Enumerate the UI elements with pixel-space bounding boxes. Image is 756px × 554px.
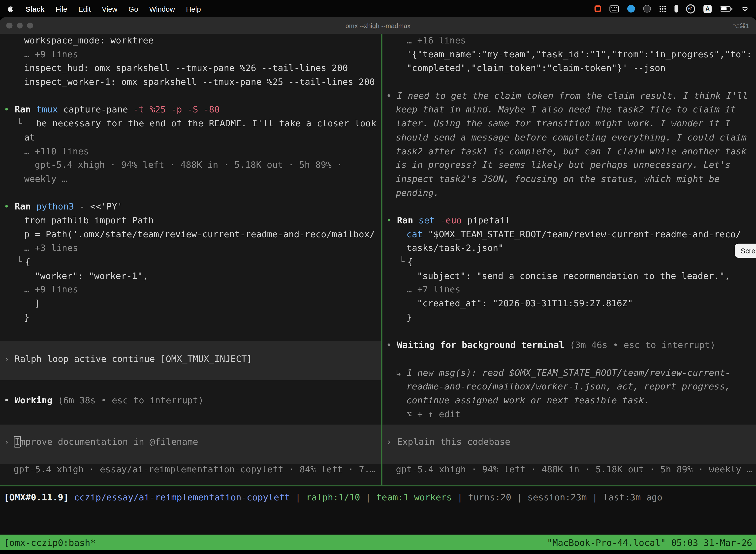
close-button[interactable] xyxy=(6,22,12,29)
thinking-line: pending. xyxy=(382,186,756,200)
bullet-icon: • xyxy=(4,201,15,212)
wifi-icon[interactable] xyxy=(741,5,749,12)
prompt-input-left[interactable]: › Improve documentation in @filename xyxy=(0,435,381,449)
working-status-line: • Working (6m 38s • esc to interrupt) xyxy=(0,394,381,407)
blank-line xyxy=(0,407,381,422)
command-output-line: └{ xyxy=(382,255,756,269)
tmux-date: 31-Mar-26 xyxy=(704,537,752,548)
menu-item-edit[interactable]: Edit xyxy=(78,4,91,13)
arrow-icon: ↳ xyxy=(396,367,407,378)
blank-line xyxy=(0,89,381,103)
waiting-status-line: • Waiting for background terminal (3m 46… xyxy=(382,338,756,352)
blank-line xyxy=(0,324,381,338)
tmux-pane-right[interactable]: … +16 lines '{"team_name":"my-team","tas… xyxy=(382,34,756,485)
blank-line xyxy=(0,366,381,380)
thinking-line: later. Using the same for transition mig… xyxy=(382,117,756,131)
menu-bar-status-icons: 61 A xyxy=(594,4,749,13)
omx-turns: turns:20 xyxy=(468,492,511,502)
menu-item-file[interactable]: File xyxy=(56,4,67,13)
menu-item-help[interactable]: Help xyxy=(186,4,201,13)
input-source-icon[interactable]: A xyxy=(703,4,712,13)
prompt-placeholder: mprove documentation in @filename xyxy=(20,437,198,447)
command-args: - <<'PY' xyxy=(79,201,123,212)
command-body-line: p = Path('.omx/state/team/review-current… xyxy=(0,228,381,241)
blue-app-icon[interactable] xyxy=(627,5,635,12)
thinking-line: task2 after task1 is complete, but can I… xyxy=(382,145,756,158)
dots-grid-icon[interactable] xyxy=(659,5,666,12)
collapsed-lines-indicator: … +16 lines xyxy=(382,34,756,48)
ran-command-line: • Ran tmux capture-pane -t %25 -p -S -80 xyxy=(0,103,381,117)
tmux-session-label: [omx-cczip0:bash* xyxy=(4,537,96,548)
command-name: python3 xyxy=(36,201,79,212)
blank-line xyxy=(0,338,381,352)
command-output-line: weekly … xyxy=(0,172,381,186)
terminal-window: omx --xhigh --madmax ⌥⌘1 workspace_mode:… xyxy=(0,17,756,554)
command-args: capture-pane xyxy=(63,105,133,115)
collapsed-lines-indicator: … +9 lines xyxy=(0,48,381,62)
command-body-line: '{"team_name":"my-team","task_id":"1","f… xyxy=(382,48,756,62)
command-name: cat xyxy=(406,229,428,239)
bottom-strip xyxy=(0,550,756,554)
elbow-icon: └ xyxy=(399,255,407,269)
window-title: omx --xhigh --madmax xyxy=(345,22,411,29)
minimize-button[interactable] xyxy=(17,22,22,29)
menu-item-go[interactable]: Go xyxy=(128,4,138,13)
command-flags: -t %25 -p -S -80 xyxy=(133,105,220,115)
screen-recording-icon[interactable] xyxy=(594,5,601,12)
window-titlebar[interactable]: omx --xhigh --madmax ⌥⌘1 xyxy=(0,17,756,34)
chevron-icon: › xyxy=(386,437,397,447)
menu-app-name[interactable]: Slack xyxy=(25,4,44,13)
notice-line: ↳ 1 new msg(s): read $OMX_TEAM_STATE_ROO… xyxy=(382,366,756,380)
zoom-button[interactable] xyxy=(27,22,33,29)
tmux-pane-left[interactable]: workspace_mode: worktree … +9 lines insp… xyxy=(0,34,381,485)
battery-icon[interactable] xyxy=(720,6,733,11)
command-output-line: "worker": "worker-1", xyxy=(0,269,381,283)
collapsed-lines-indicator: … +110 lines xyxy=(0,145,381,158)
apple-menu-icon[interactable] xyxy=(7,4,14,13)
blank-line xyxy=(0,380,381,394)
input-source-letter: A xyxy=(705,5,710,12)
gauge-icon[interactable]: 61 xyxy=(686,4,695,13)
collapsed-lines-indicator: … +3 lines xyxy=(0,241,381,256)
waiting-label: Waiting for background terminal xyxy=(397,340,570,350)
menu-item-window[interactable]: Window xyxy=(149,4,175,13)
command-output-line: └be necessary for the end of the README.… xyxy=(0,117,381,131)
menu-bar: Slack File Edit View Go Window Help 61 A xyxy=(0,0,756,17)
key-icon[interactable] xyxy=(674,5,678,12)
elbow-icon: └ xyxy=(17,255,25,269)
omx-ralph-counter: ralph:1/10 xyxy=(306,492,360,502)
blank-line xyxy=(382,75,756,89)
bullet-icon: • xyxy=(386,91,397,101)
menu-item-view[interactable]: View xyxy=(102,4,118,13)
bullet-icon: • xyxy=(386,215,397,225)
command-flags: -euo xyxy=(435,215,462,225)
notice-line: readme-and-reco/mailbox/worker-1.json, a… xyxy=(382,380,756,394)
ran-label: Ran xyxy=(397,215,419,225)
config-line: workspace_mode: worktree xyxy=(0,34,381,48)
keyboard-icon[interactable] xyxy=(610,5,619,12)
gauge-value: 61 xyxy=(688,6,693,11)
omx-last-activity: last:3m ago xyxy=(603,492,662,502)
tmux-clock: 05:03 xyxy=(671,537,704,548)
command-output-line: "created_at": "2026-03-31T11:59:27.816Z" xyxy=(382,297,756,311)
command-body-line: "completed","claim_token":"claim-token"}… xyxy=(382,62,756,75)
chevron-icon: › xyxy=(4,437,15,447)
command-output-line: "subject": "send a concise recommendatio… xyxy=(382,269,756,283)
config-line: inspect_worker-1: omx sparkshell --tmux-… xyxy=(0,75,381,89)
model-status-line: gpt-5.4 xhigh · essay/ai-reimplementatio… xyxy=(0,463,381,477)
screen-overlay-label: Scre xyxy=(735,244,756,258)
blank-line xyxy=(382,352,756,366)
tmux-status-bar: [omx-cczip0:bash*"MacBook-Pro-44.local" … xyxy=(0,535,756,550)
omx-version: [OMX#0.11.9] xyxy=(4,492,74,502)
command-name: set xyxy=(419,215,435,225)
dark-app-icon[interactable] xyxy=(643,5,651,12)
menu-bar-menus: Slack File Edit View Go Window Help xyxy=(7,4,201,13)
blank-line xyxy=(0,186,381,200)
command-output-line: ] xyxy=(0,297,381,311)
command-body-line: from pathlib import Path xyxy=(0,214,381,228)
prompt-input-right[interactable]: › Explain this codebase xyxy=(382,435,756,449)
blank-line xyxy=(382,421,756,435)
notice-line: continue assigned work or next feasible … xyxy=(382,394,756,407)
command-output-line: } xyxy=(0,311,381,324)
waiting-meta: (3m 46s • esc to interrupt) xyxy=(570,340,715,350)
